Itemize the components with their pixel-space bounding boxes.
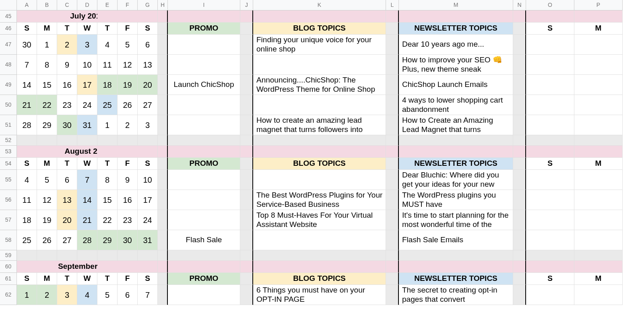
- cell[interactable]: [574, 190, 623, 210]
- col-header-L[interactable]: L: [386, 0, 399, 10]
- cell[interactable]: [399, 10, 513, 23]
- cell[interactable]: [386, 250, 399, 261]
- row-header-49[interactable]: 49: [0, 75, 17, 95]
- row-header-50[interactable]: 50: [0, 95, 17, 115]
- cell[interactable]: [138, 250, 158, 261]
- promo-cell[interactable]: Flash Sale: [168, 230, 240, 250]
- row-header-62[interactable]: 62: [0, 285, 17, 305]
- calendar-day[interactable]: 20: [138, 75, 158, 95]
- cell[interactable]: [574, 75, 623, 95]
- cell[interactable]: [240, 285, 253, 305]
- cell[interactable]: [158, 23, 168, 35]
- calendar-day[interactable]: 10: [138, 170, 158, 190]
- row-header-59[interactable]: 59: [0, 250, 17, 261]
- calendar-day[interactable]: 18: [97, 75, 118, 95]
- col-header-F[interactable]: F: [118, 0, 138, 10]
- cell[interactable]: [240, 210, 253, 230]
- cell[interactable]: [386, 210, 399, 230]
- cell[interactable]: [386, 261, 399, 273]
- cell[interactable]: [386, 146, 399, 158]
- cell[interactable]: [574, 230, 623, 250]
- cell[interactable]: [513, 230, 526, 250]
- promo-cell[interactable]: [168, 35, 240, 55]
- cell[interactable]: [118, 250, 138, 261]
- calendar-day[interactable]: 11: [97, 55, 118, 75]
- cell[interactable]: [97, 250, 118, 261]
- calendar-day[interactable]: 29: [97, 230, 118, 250]
- calendar-day[interactable]: 22: [97, 210, 118, 230]
- cell[interactable]: [399, 135, 513, 146]
- cell[interactable]: [158, 75, 168, 95]
- calendar-day[interactable]: 6: [57, 170, 77, 190]
- cell[interactable]: [526, 146, 574, 158]
- cell[interactable]: [513, 55, 526, 75]
- col-header-I[interactable]: I: [168, 0, 240, 10]
- calendar-day[interactable]: 26: [37, 230, 57, 250]
- calendar-day[interactable]: 25: [17, 230, 37, 250]
- cell[interactable]: [574, 261, 623, 273]
- cell[interactable]: [513, 250, 526, 261]
- col-header-B[interactable]: B: [37, 0, 57, 10]
- promo-cell[interactable]: [168, 115, 240, 135]
- cell[interactable]: [158, 10, 168, 23]
- cell[interactable]: [158, 146, 168, 158]
- cell[interactable]: [513, 135, 526, 146]
- col-header-M[interactable]: M: [399, 0, 513, 10]
- cell[interactable]: [513, 285, 526, 305]
- cell[interactable]: [513, 158, 526, 170]
- cell[interactable]: [138, 135, 158, 146]
- cell[interactable]: [526, 210, 574, 230]
- blog-cell[interactable]: The Best WordPress Plugins for Your Serv…: [253, 190, 386, 210]
- col-header-C[interactable]: C: [57, 0, 77, 10]
- cell[interactable]: [574, 210, 623, 230]
- promo-cell[interactable]: Launch ChicShop: [168, 75, 240, 95]
- blog-cell[interactable]: Finding your unique voice for your onlin…: [253, 35, 386, 55]
- calendar-day[interactable]: 1: [97, 115, 118, 135]
- calendar-day[interactable]: 29: [37, 115, 57, 135]
- calendar-day[interactable]: 2: [37, 285, 57, 305]
- calendar-day[interactable]: 10: [77, 55, 97, 75]
- calendar-day[interactable]: 17: [77, 75, 97, 95]
- cell[interactable]: [526, 75, 574, 95]
- calendar-day[interactable]: 15: [37, 75, 57, 95]
- calendar-day[interactable]: 19: [37, 210, 57, 230]
- col-header-H[interactable]: H: [158, 0, 168, 10]
- cell[interactable]: [513, 210, 526, 230]
- calendar-day[interactable]: 5: [118, 35, 138, 55]
- calendar-day[interactable]: 13: [57, 190, 77, 210]
- calendar-day[interactable]: 27: [57, 230, 77, 250]
- calendar-day[interactable]: 4: [17, 170, 37, 190]
- newsletter-cell[interactable]: It's time to start planning for the most…: [399, 210, 513, 230]
- calendar-day[interactable]: 27: [138, 95, 158, 115]
- cell[interactable]: [158, 35, 168, 55]
- cell[interactable]: [253, 10, 386, 23]
- blog-cell[interactable]: [253, 55, 386, 75]
- newsletter-cell[interactable]: The WordPress plugins you MUST have: [399, 190, 513, 210]
- cell[interactable]: [574, 285, 623, 305]
- cell[interactable]: [513, 10, 526, 23]
- calendar-day[interactable]: 6: [118, 285, 138, 305]
- calendar-day[interactable]: 13: [138, 55, 158, 75]
- calendar-day[interactable]: 26: [118, 95, 138, 115]
- row-header-52[interactable]: 52: [0, 135, 17, 146]
- cell[interactable]: [240, 115, 253, 135]
- newsletter-cell[interactable]: ChicShop Launch Emails: [399, 75, 513, 95]
- calendar-day[interactable]: 8: [97, 170, 118, 190]
- cell[interactable]: [386, 170, 399, 190]
- calendar-day[interactable]: 3: [77, 35, 97, 55]
- cell[interactable]: [158, 273, 168, 285]
- calendar-day[interactable]: 2: [57, 35, 77, 55]
- cell[interactable]: [386, 158, 399, 170]
- cell[interactable]: [386, 35, 399, 55]
- col-header-J[interactable]: J: [240, 0, 253, 10]
- calendar-day[interactable]: 21: [77, 210, 97, 230]
- calendar-day[interactable]: 12: [37, 190, 57, 210]
- calendar-day[interactable]: 15: [97, 190, 118, 210]
- cell[interactable]: [513, 23, 526, 35]
- row-header-60[interactable]: 60: [0, 261, 17, 273]
- blog-cell[interactable]: Top 8 Must-Haves For Your Virtual Assist…: [253, 210, 386, 230]
- cell[interactable]: [386, 285, 399, 305]
- cell[interactable]: [240, 170, 253, 190]
- row-header-47[interactable]: 47: [0, 35, 17, 55]
- calendar-day[interactable]: 1: [17, 285, 37, 305]
